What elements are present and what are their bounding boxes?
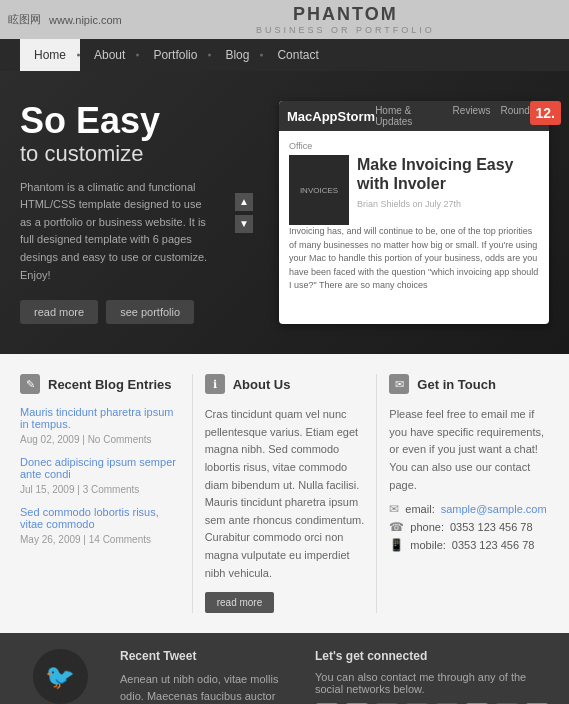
nav-item-contact[interactable]: Contact [263, 39, 332, 71]
mobile-label: mobile: [410, 539, 445, 551]
about-column: ℹ About Us Cras tincidunt quam vel nunc … [193, 374, 378, 613]
footer-bird: 🐦 FOLLOW ME [20, 649, 100, 704]
connect-text: You can also contact me through any of t… [315, 671, 549, 695]
hero-title: So Easy [20, 101, 209, 141]
contact-email-item: ✉ email: sample@sample.com [389, 502, 549, 516]
tweet-text: Aenean ut nibh odio, vitae mollis odio. … [120, 671, 295, 704]
nav-item-blog[interactable]: Blog [211, 39, 263, 71]
main-nav: Home About Portfolio Blog Contact [20, 39, 549, 71]
blog-entry-3: Sed commodo lobortis risus, vitae commod… [20, 506, 180, 546]
contact-icon: ✉ [389, 374, 409, 394]
email-label: email: [405, 503, 434, 515]
read-more-button[interactable]: read more [20, 300, 98, 324]
nav-item-about[interactable]: About [80, 39, 139, 71]
brand-tagline: BUSINESS OR PORTFOLIO [130, 25, 561, 35]
contact-mobile-item: 📱 mobile: 0353 123 456 78 [389, 538, 549, 552]
macapp-nav: Home & Updates Reviews Roundup [375, 105, 541, 127]
macapp-image: INVOICES [289, 155, 349, 225]
hero-description: Phantom is a climatic and functional HTM… [20, 179, 209, 285]
contact-phone-item: ☎ phone: 0353 123 456 78 [389, 520, 549, 534]
phone-label: phone: [410, 521, 444, 533]
macapp-content: Office INVOICES Make Invoicing Easy with… [279, 131, 549, 303]
connect-column: Let's get connected You can also contact… [315, 649, 549, 704]
mobile-value: 0353 123 456 78 [452, 539, 535, 551]
site-wrapper: Home About Portfolio Blog Contact So Eas… [0, 39, 569, 704]
hero-left: So Easy to customize Phantom is a climat… [20, 101, 209, 324]
blog-link-3[interactable]: Sed commodo lobortis risus, vitae commod… [20, 506, 180, 530]
blog-meta-3: May 26, 2009 | 14 Comments [20, 534, 151, 545]
nav-item-home[interactable]: Home [20, 39, 80, 71]
prev-arrow-button[interactable]: ▲ [235, 193, 253, 211]
phone-icon: ☎ [389, 520, 404, 534]
blog-title: Recent Blog Entries [48, 377, 172, 392]
site-header: Home About Portfolio Blog Contact [0, 39, 569, 71]
blog-entry-2: Donec adipiscing ipsum semper ante condi… [20, 456, 180, 496]
watermark-site-name: 眩图网 [8, 12, 41, 27]
footer-section: 🐦 FOLLOW ME Recent Tweet Aenean ut nibh … [0, 633, 569, 704]
hero-section: So Easy to customize Phantom is a climat… [0, 71, 569, 354]
slider-arrows: ▲ ▼ [229, 101, 259, 324]
blog-link-1[interactable]: Mauris tincidunt pharetra ipsum in tempu… [20, 406, 180, 430]
email-icon: ✉ [389, 502, 399, 516]
about-read-more-button[interactable]: read more [205, 592, 275, 613]
contact-column: ✉ Get in Touch Please feel free to email… [377, 374, 549, 613]
email-value[interactable]: sample@sample.com [441, 503, 547, 515]
macapp-category: Office [289, 141, 539, 151]
tweet-column: Recent Tweet Aenean ut nibh odio, vitae … [120, 649, 295, 704]
contact-title: Get in Touch [417, 377, 495, 392]
macapp-article: Make Invoicing Easy with Involer Brian S… [357, 155, 539, 225]
blog-header: ✎ Recent Blog Entries [20, 374, 180, 394]
macapp-panel: MacAppStorm Home & Updates Reviews Round… [279, 101, 549, 324]
sidebar-date-number: 12. [530, 101, 549, 125]
about-icon: ℹ [205, 374, 225, 394]
macapp-nav-reviews[interactable]: Reviews [453, 105, 491, 127]
hero-subtitle: to customize [20, 141, 209, 167]
about-title: About Us [233, 377, 291, 392]
macapp-article-title: Make Invoicing Easy with Involer [357, 155, 539, 193]
contact-text: Please feel free to email me if you have… [389, 406, 549, 494]
three-column-section: ✎ Recent Blog Entries Mauris tincidunt p… [0, 354, 569, 633]
blog-meta-1: Aug 02, 2009 | No Comments [20, 434, 152, 445]
macapp-nav-home[interactable]: Home & Updates [375, 105, 442, 127]
connect-title: Let's get connected [315, 649, 549, 663]
nav-item-portfolio[interactable]: Portfolio [139, 39, 211, 71]
blog-meta-2: Jul 15, 2009 | 3 Comments [20, 484, 139, 495]
about-text: Cras tincidunt quam vel nunc pellentesqu… [205, 406, 365, 582]
macapp-header: MacAppStorm Home & Updates Reviews Round… [279, 101, 549, 131]
watermark-top-bar: 眩图网 www.nipic.com PHANTOM BUSINESS OR PO… [0, 0, 569, 39]
macapp-inner: INVOICES Make Invoicing Easy with Invole… [289, 155, 539, 225]
contact-header: ✉ Get in Touch [389, 374, 549, 394]
tweet-title: Recent Tweet [120, 649, 295, 663]
macapp-author: Brian Shields on July 27th [357, 199, 539, 209]
blog-column: ✎ Recent Blog Entries Mauris tincidunt p… [20, 374, 193, 613]
blog-link-2[interactable]: Donec adipiscing ipsum semper ante condi [20, 456, 180, 480]
about-header: ℹ About Us [205, 374, 365, 394]
blog-entry-1: Mauris tincidunt pharetra ipsum in tempu… [20, 406, 180, 446]
mobile-icon: 📱 [389, 538, 404, 552]
brand-title: PHANTOM [130, 4, 561, 25]
macapp-body: Invoicing has, and will continue to be, … [289, 225, 539, 293]
next-arrow-button[interactable]: ▼ [235, 215, 253, 233]
blog-icon: ✎ [20, 374, 40, 394]
see-portfolio-button[interactable]: see portfolio [106, 300, 194, 324]
watermark-url: www.nipic.com [49, 14, 122, 26]
hero-buttons: read more see portfolio [20, 300, 209, 324]
phone-value: 0353 123 456 78 [450, 521, 533, 533]
macapp-title: MacAppStorm [287, 109, 375, 124]
bird-icon: 🐦 [33, 649, 88, 704]
